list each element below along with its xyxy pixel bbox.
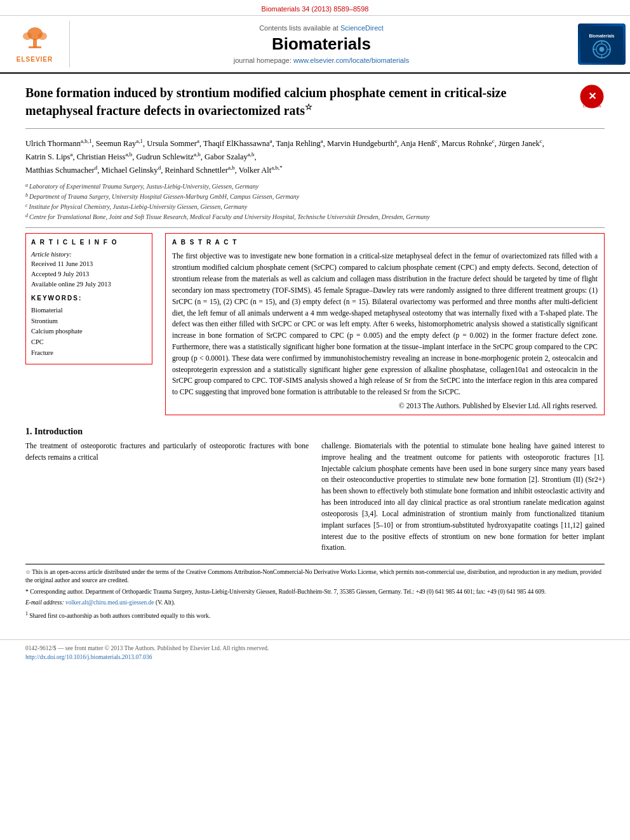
email-link[interactable]: volker.alt@chiru.med.uni-giessen.de — [65, 599, 154, 606]
svg-point-10 — [599, 46, 604, 51]
intro-two-col: The treatment of osteoporotic fractures … — [25, 441, 605, 554]
author-2: Seemun Raya,1 — [96, 139, 143, 148]
journal-center: Contents lists available at ScienceDirec… — [70, 21, 573, 67]
affil-item-b: b Department of Trauma Surgery, Universi… — [25, 192, 605, 201]
bio-logo-svg: Biomaterials — [580, 25, 623, 63]
article-title: Bone formation induced by strontium modi… — [25, 84, 572, 119]
keyword-3: Calcium phosphate — [31, 326, 147, 337]
introduction-section: 1. Introduction The treatment of osteopo… — [25, 427, 605, 554]
footnote-corresponding: * Corresponding author. Department of Or… — [25, 588, 605, 596]
article-title-section: Bone formation induced by strontium modi… — [25, 84, 605, 129]
author-10: Katrin S. Lipsa — [25, 152, 72, 161]
intro-text-right: challenge. Biomaterials with the potenti… — [321, 441, 605, 554]
svg-point-4 — [23, 32, 32, 40]
abstract-text: The first objective was to investigate n… — [172, 251, 598, 398]
journal-header: ELSEVIER Contents lists available at Sci… — [0, 16, 630, 74]
author-17: Volker Alta,b,* — [239, 166, 283, 175]
author-6: Marvin Hundgeburtha — [327, 139, 397, 148]
author-16: Reinhard Schnettlera,b — [164, 166, 234, 175]
top-bar: Biomaterials 34 (2013) 8589–8598 — [0, 0, 630, 16]
intro-text-left: The treatment of osteoporotic fractures … — [25, 441, 309, 463]
bottom-bar: 0142-9612/$ — see front matter © 2013 Th… — [0, 639, 630, 666]
author-15: Michael Gelinskyd — [101, 166, 161, 175]
affil-sup-c: c — [25, 202, 28, 210]
doi-link[interactable]: http://dx.doi.org/10.1016/j.biomaterials… — [25, 654, 152, 660]
keyword-1: Biomaterial — [31, 305, 147, 316]
footnote-shared: 1 Shared first co-authorship as both aut… — [25, 610, 605, 620]
abstract-copyright: © 2013 The Authors. Published by Elsevie… — [172, 402, 598, 410]
footnotes-section: ☆ This is an open-access article distrib… — [25, 564, 605, 620]
footnote-star-text: This is an open-access article distribut… — [25, 569, 601, 583]
author-11: Christian Heissa,b — [77, 152, 132, 161]
intro-right: challenge. Biomaterials with the potenti… — [321, 441, 605, 554]
elsevier-wordmark: ELSEVIER — [16, 26, 54, 63]
author-8: Marcus Rohnkec — [441, 139, 495, 148]
article-info-title: A R T I C L E I N F O — [31, 239, 147, 246]
star-note: ☆ — [305, 102, 312, 112]
journal-reference: Biomaterials 34 (2013) 8589–8598 — [262, 5, 369, 13]
affil-item-a: a Laboratory of Experimental Trauma Surg… — [25, 182, 605, 191]
affil-item-d: d Centre for Translational Bone, Joint a… — [25, 212, 605, 222]
affil-text-a: Laboratory of Experimental Trauma Surger… — [29, 182, 258, 191]
affil-text-b: Department of Trauma Surgery, University… — [29, 192, 299, 201]
svg-text:CrossMark: CrossMark — [582, 104, 601, 108]
history-group: Article history: Received 11 June 2013 A… — [31, 251, 147, 289]
elsevier-logo-area: ELSEVIER — [0, 21, 70, 67]
crossmark-badge[interactable]: ✕ CrossMark — [579, 84, 605, 109]
author-9: Jürgen Janekc — [499, 139, 542, 148]
elsevier-text: ELSEVIER — [17, 56, 53, 63]
affiliations-section: a Laboratory of Experimental Trauma Surg… — [25, 182, 605, 228]
date-accepted: Accepted 9 July 2013 — [31, 269, 147, 279]
author-1: Ulrich Thormanna,b,1 — [25, 139, 91, 148]
affil-sup-a: a — [25, 182, 28, 189]
article-info-box: A R T I C L E I N F O Article history: R… — [25, 233, 152, 364]
contents-line: Contents lists available at ScienceDirec… — [259, 24, 384, 32]
elsevier-tree-icon — [16, 26, 54, 55]
keyword-4: CPC — [31, 337, 147, 348]
date-available: Available online 29 July 2013 — [31, 279, 147, 290]
svg-point-5 — [38, 32, 47, 40]
affil-sup-d: d — [25, 212, 28, 220]
keyword-2: Strontium — [31, 316, 147, 327]
affil-text-c: Institute for Physical Chemistry, Justus… — [29, 202, 248, 211]
footnote-email: E-mail address: volker.alt@chiru.med.uni… — [25, 599, 605, 607]
biomaterials-logo-box: Biomaterials — [573, 21, 630, 67]
date-received: Received 11 June 2013 — [31, 259, 147, 269]
keywords-title: Keywords: — [31, 295, 147, 302]
author-3: Ursula Sommera — [147, 139, 199, 148]
sciencedirect-link[interactable]: ScienceDirect — [340, 24, 384, 32]
left-col: A R T I C L E I N F O Article history: R… — [25, 233, 152, 415]
author-4: Thaqif ElKhassawnaa — [203, 139, 272, 148]
affil-item-c: c Institute for Physical Chemistry, Just… — [25, 202, 605, 211]
svg-text:Biomaterials: Biomaterials — [589, 33, 614, 37]
author-14: Matthias Schumacherd — [25, 166, 97, 175]
svg-text:✕: ✕ — [588, 91, 596, 102]
abstract-title: A B S T R A C T — [172, 239, 598, 246]
keyword-5: Fracture — [31, 348, 147, 359]
affil-text-d: Centre for Translational Bone, Joint and… — [29, 212, 430, 222]
footnote-star: ☆ This is an open-access article distrib… — [25, 568, 605, 585]
svg-rect-2 — [33, 39, 37, 48]
article-info-abstract-row: A R T I C L E I N F O Article history: R… — [25, 233, 605, 415]
author-13: Gabor Szalaya,b — [204, 152, 254, 161]
author-12: Gudrun Schlewitza,b — [136, 152, 200, 161]
bottom-doi: http://dx.doi.org/10.1016/j.biomaterials… — [25, 653, 605, 662]
author-7: Anja Henßc — [401, 139, 438, 148]
abstract-box: A B S T R A C T The first objective was … — [165, 233, 605, 415]
authors-section: Ulrich Thormanna,b,1, Seemun Raya,1, Urs… — [25, 137, 605, 177]
affil-sup-b: b — [25, 192, 28, 199]
right-col: A B S T R A C T The first objective was … — [165, 233, 605, 415]
svg-rect-3 — [29, 46, 41, 48]
section-heading: 1. Introduction — [25, 427, 605, 437]
bottom-issn: 0142-9612/$ — see front matter © 2013 Th… — [25, 644, 605, 653]
journal-homepage: journal homepage: www.elsevier.com/locat… — [234, 57, 409, 64]
history-label: Article history: — [31, 251, 147, 258]
author-5: Tanja Rehlinga — [276, 139, 323, 148]
journal-title-main: Biomaterials — [272, 34, 371, 54]
main-content: Bone formation induced by strontium modi… — [0, 74, 630, 633]
article-title-text: Bone formation induced by strontium modi… — [25, 84, 572, 122]
biomaterials-logo: Biomaterials — [578, 23, 626, 65]
homepage-url[interactable]: www.elsevier.com/locate/biomaterials — [293, 57, 409, 64]
keywords-section: Keywords: Biomaterial Strontium Calcium … — [31, 295, 147, 359]
intro-left: The treatment of osteoporotic fractures … — [25, 441, 309, 554]
